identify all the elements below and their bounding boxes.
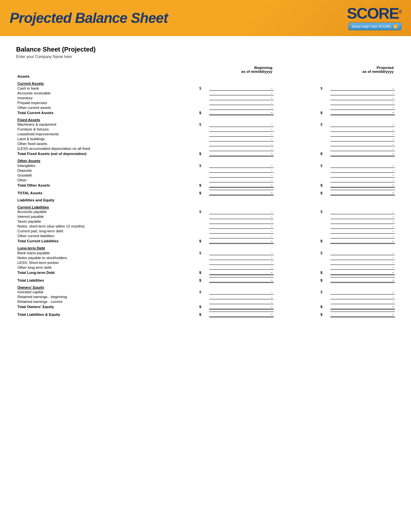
liabilities-equity-header: Liabilities and Equity [16, 198, 198, 202]
total-liabilities-label: Total Liabilities [16, 277, 198, 283]
other-assets-header-row: Other Assets [16, 159, 395, 163]
list-item: Prepaid expenses - - [16, 100, 395, 105]
item-label: Bank loans payable [16, 250, 198, 255]
list-item: LESS: Short-term portion - - [16, 260, 395, 265]
list-item: Intangibles $ - $ - [16, 163, 395, 168]
doc-title: Balance Sheet (Projected) [16, 46, 395, 53]
proj-value: - [330, 95, 395, 100]
list-item: Deposits - - [16, 168, 395, 173]
item-label: Taxes payable [16, 219, 198, 224]
item-label: Other [16, 178, 198, 182]
total-current-assets-row: Total Current Assets $ - $ - [16, 110, 395, 115]
list-item: Machinery & equipment $ - $ - [16, 122, 395, 127]
total-long-term-debt-row: Total Long-term Debt $ - $ - [16, 270, 395, 275]
item-label: Goodwill [16, 173, 198, 178]
proj-value: - [330, 86, 395, 91]
long-term-debt-header-row: Long-term Debt [16, 246, 395, 250]
item-label: Inventory [16, 95, 198, 100]
total-begin: - [209, 110, 274, 115]
total-proj: - [330, 110, 395, 115]
item-label: Accounts payable [16, 209, 198, 214]
total-assets-row: TOTAL Assets $ - $ - [16, 190, 395, 195]
current-assets-header: Current Assets [16, 81, 198, 86]
begin-value: - [209, 86, 274, 91]
page-title: Projected Balance Sheet [10, 10, 168, 26]
liabilities-equity-header-row: Liabilities and Equity [16, 198, 395, 202]
total-current-liabilities-row: Total Current Liabilities $ - $ - [16, 238, 395, 243]
item-label: Furniture & fixtures [16, 127, 198, 131]
list-item: Goodwill - - [16, 173, 395, 178]
list-item: Inventory - - [16, 95, 395, 100]
item-label: Invested capital [16, 290, 198, 295]
begin-value: - [209, 105, 274, 110]
list-item: Other fixed assets - - [16, 141, 395, 146]
company-name: Enter your Company Name here [16, 54, 395, 59]
item-label: Leasehold improvements [16, 131, 198, 136]
current-liabilities-header-row: Current Liabilities [16, 205, 395, 209]
item-label: Cash in bank [16, 86, 198, 91]
list-item: Other - - [16, 178, 395, 182]
list-item: Furniture & fixtures - - [16, 127, 395, 131]
begin-value: - [209, 100, 274, 105]
total-label: Total Owners' Equity [16, 304, 198, 309]
arrow-icon: ► [393, 24, 398, 29]
item-label: Other fixed assets [16, 141, 198, 146]
item-label: Other current assets [16, 105, 198, 110]
item-label: Land & buildings [16, 136, 198, 141]
begin-value: - [209, 91, 274, 95]
item-label: Machinery & equipment [16, 122, 198, 127]
balance-table: Beginning as of mm/dd/yyyy Projected as … [16, 65, 395, 317]
item-label: Notes, short-term (due within 12 months) [16, 224, 198, 228]
list-item: Other long term debt - - [16, 265, 395, 270]
total-liabilities-equity-label: Total Liabilities & Equity [16, 312, 198, 317]
total-label: Total Other Assets [16, 182, 198, 188]
item-label: Current part, long-term debt [16, 228, 198, 233]
fixed-assets-header: Fixed Assets [16, 118, 198, 122]
item-label: Prepaid expenses [16, 100, 198, 105]
list-item: Retained earnings - current - - [16, 299, 395, 304]
total-label: Total Current Assets [16, 110, 198, 115]
long-term-debt-header: Long-term Debt [16, 246, 198, 250]
item-label: LESS: Short-term portion [16, 260, 198, 265]
list-item: Leasehold improvements - - [16, 131, 395, 136]
list-item: Invested capital $ - $ - [16, 290, 395, 295]
other-assets-header: Other Assets [16, 159, 198, 163]
beginning-col-header: Beginning as of mm/dd/yyyy [209, 65, 274, 74]
total-label: Total Current Liabilities [16, 238, 198, 243]
item-label: Retained earnings - beginning [16, 294, 198, 299]
need-help-button[interactable]: Need Help? Ask SCORE. ► [348, 23, 401, 30]
item-label: Other long term debt [16, 265, 198, 270]
list-item: Notes payable to stockholders - - [16, 255, 395, 260]
list-item: (LESS accumulated depreciation on all fi… [16, 146, 395, 151]
fixed-assets-header-row: Fixed Assets [16, 118, 395, 122]
total-owners-equity-row: Total Owners' Equity $ - $ - [16, 304, 395, 309]
total-assets-label: TOTAL Assets [16, 190, 198, 195]
total-label: Total Long-term Debt [16, 270, 198, 275]
dollar-sign-proj: $ [319, 110, 330, 115]
item-label: Deposits [16, 168, 198, 173]
list-item: Other current assets - - [16, 105, 395, 110]
item-label: Retained earnings - current [16, 299, 198, 304]
owners-equity-header: Owners' Equity [16, 285, 198, 290]
score-logo: SCORE® [347, 6, 401, 21]
current-assets-header-row: Current Assets [16, 81, 395, 86]
proj-value: - [330, 105, 395, 110]
item-label: Other current liabilities [16, 233, 198, 238]
list-item: Land & buildings - - [16, 136, 395, 141]
list-item: Retained earnings - beginning - - [16, 294, 395, 299]
owners-equity-header-row: Owners' Equity [16, 285, 395, 290]
item-label: (LESS accumulated depreciation on all fi… [16, 146, 198, 151]
item-label: Intangibles [16, 163, 198, 168]
dollar-sign: $ [198, 86, 209, 91]
item-label: Accounts receivable [16, 91, 198, 95]
list-item: Current part, long-term debt - - [16, 228, 395, 233]
main-content: Balance Sheet (Projected) Enter your Com… [0, 36, 411, 330]
header-banner: Projected Balance Sheet SCORE® Need Help… [0, 0, 411, 36]
item-label: Notes payable to stockholders [16, 255, 198, 260]
score-logo-area: SCORE® Need Help? Ask SCORE. ► [347, 6, 401, 30]
list-item: Other current liabilities - - [16, 233, 395, 238]
item-label: Interest payable [16, 214, 198, 219]
assets-label-row: Assets [16, 74, 395, 79]
total-liabilities-equity-row: Total Liabilities & Equity $ - $ - [16, 312, 395, 317]
total-other-assets-row: Total Other Assets $ - $ - [16, 182, 395, 188]
